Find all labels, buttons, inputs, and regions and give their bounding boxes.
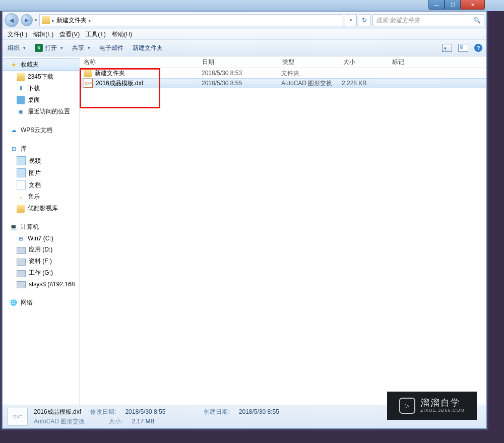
nav-forward-button[interactable]: ► — [21, 14, 33, 26]
status-create-value: 2018/5/30 8:55 — [239, 408, 279, 415]
sidebar-libraries-header[interactable]: ⊞ 库 — [3, 143, 79, 155]
sidebar-wps-label: WPS云文档 — [21, 126, 52, 135]
library-icon: ⊞ — [10, 145, 18, 153]
maximize-button[interactable]: ☐ — [445, 0, 461, 10]
status-mod-label: 修改日期: — [90, 408, 116, 416]
sidebar-libraries-label: 库 — [21, 145, 27, 153]
sidebar-item-label: 图片 — [29, 169, 41, 177]
sidebar-item-drive-f[interactable]: 资料 (F:) — [3, 256, 79, 267]
organize-button[interactable]: 组织 — [8, 44, 26, 52]
sidebar-item-desktop[interactable]: 桌面 — [3, 94, 79, 106]
sidebar-wps-header[interactable]: ☁ WPS云文档 — [3, 124, 79, 136]
status-filename: 2016成品模板.dxf — [34, 408, 81, 416]
menu-help[interactable]: 帮助(H) — [112, 30, 133, 39]
sidebar-item-label: 文档 — [29, 181, 41, 189]
recent-icon: ▣ — [17, 108, 25, 116]
sidebar-item-label: 优酷影视库 — [28, 204, 58, 213]
file-list[interactable]: 新建文件夹 2018/5/30 8:53 文件夹 DXF 2016成品模板.dx… — [80, 68, 486, 88]
file-size: 2,228 KB — [338, 80, 386, 87]
nav-back-button[interactable]: ◄ — [5, 13, 19, 27]
search-placeholder: 搜索 新建文件夹 — [376, 16, 420, 25]
folder-icon — [42, 16, 50, 24]
cloud-icon: ☁ — [10, 126, 18, 135]
file-date: 2018/5/30 8:55 — [198, 80, 277, 87]
sidebar-computer-header[interactable]: 💻 计算机 — [3, 221, 79, 233]
sidebar-favorites-header[interactable]: ★ 收藏夹 — [3, 58, 79, 71]
status-size-value: 2.17 MB — [132, 418, 155, 425]
help-button[interactable]: ? — [474, 44, 482, 52]
folder-icon — [84, 69, 92, 77]
sidebar-item-label: 2345下载 — [28, 73, 53, 81]
nav-history-dropdown[interactable]: ▾ — [35, 18, 37, 23]
search-icon[interactable]: 🔍 — [473, 17, 481, 24]
netdrive-icon — [17, 281, 26, 288]
sidebar-item-documents[interactable]: 文档 — [3, 179, 79, 191]
breadcrumb[interactable]: ▸ 新建文件夹 ▸ — [39, 14, 343, 26]
file-list-pane: 名称 日期 类型 大小 标记 新建文件夹 2018/5/30 8:53 文件夹 — [80, 56, 486, 405]
sidebar-item-label: 视频 — [29, 157, 41, 165]
sidebar-item-label: 工作 (G:) — [29, 269, 53, 277]
share-button[interactable]: 共享 — [72, 44, 90, 52]
new-folder-button[interactable]: 新建文件夹 — [133, 44, 163, 52]
youku-icon — [17, 205, 25, 213]
sidebar-item-drive-g[interactable]: 工作 (G:) — [3, 267, 79, 279]
menu-edit[interactable]: 编辑(E) — [33, 30, 53, 39]
status-mod-value: 2018/5/30 8:55 — [125, 408, 165, 415]
sidebar-item-video[interactable]: 视频 — [3, 155, 79, 167]
menu-tools[interactable]: 工具(T) — [86, 30, 105, 39]
computer-icon: 💻 — [10, 223, 18, 231]
open-button[interactable]: X 打开 — [35, 44, 63, 52]
column-header-size[interactable]: 大小 — [339, 56, 388, 68]
menu-view[interactable]: 查看(V) — [59, 30, 80, 39]
sidebar-item-label: 最近访问的位置 — [28, 107, 70, 116]
watermark-url: ZIXUE.3D66.COM — [420, 408, 465, 413]
breadcrumb-dropdown[interactable]: ▾ — [345, 14, 357, 26]
column-header-type[interactable]: 类型 — [278, 56, 339, 68]
sidebar-item-label: 音乐 — [28, 193, 40, 201]
sidebar-item-2345[interactable]: 2345下载 — [3, 71, 79, 83]
column-header-name[interactable]: 名称 — [80, 56, 198, 68]
email-button[interactable]: 电子邮件 — [99, 44, 123, 52]
file-row-folder[interactable]: 新建文件夹 2018/5/30 8:53 文件夹 — [80, 68, 486, 78]
sidebar-item-label: stsys$ (\\192.168.0 — [29, 281, 75, 288]
sidebar-item-label: 下载 — [28, 84, 40, 93]
network-icon: 🌐 — [10, 299, 18, 307]
view-options-button[interactable] — [442, 44, 452, 52]
drive-icon — [17, 259, 26, 266]
column-header-tag[interactable]: 标记 — [388, 56, 486, 68]
minimize-button[interactable]: — — [428, 0, 445, 10]
preview-pane-button[interactable] — [458, 44, 468, 52]
window-controls: — ☐ ✕ — [428, 0, 485, 10]
breadcrumb-folder[interactable]: 新建文件夹 — [56, 16, 87, 25]
video-icon — [17, 156, 26, 165]
close-button[interactable]: ✕ — [461, 0, 485, 10]
sidebar-item-recent[interactable]: ▣ 最近访问的位置 — [3, 106, 79, 117]
nav-bar: ◄ ► ▾ ▸ 新建文件夹 ▸ ▾ ↻ 搜索 新建文件夹 🔍 — [3, 12, 486, 29]
sidebar-item-music[interactable]: ♪ 音乐 — [3, 191, 79, 203]
star-icon: ★ — [10, 61, 18, 69]
status-size-label: 大小: — [109, 417, 122, 426]
refresh-button[interactable]: ↻ — [359, 14, 370, 26]
menu-file[interactable]: 文件(F) — [8, 30, 27, 39]
sidebar-item-downloads[interactable]: ⬇ 下载 — [3, 83, 79, 94]
sidebar-item-drive-c[interactable]: ⊞ Win7 (C:) — [3, 233, 79, 244]
sidebar-item-netdrive[interactable]: stsys$ (\\192.168.0 — [3, 279, 79, 290]
excel-icon: X — [35, 44, 43, 52]
windows-drive-icon: ⊞ — [17, 234, 25, 242]
toolbar: 组织 X 打开 共享 电子邮件 新建文件夹 ? — [3, 40, 486, 56]
sidebar-network-label: 网络 — [21, 298, 33, 307]
sidebar-item-drive-d[interactable]: 应用 (D:) — [3, 244, 79, 256]
search-input[interactable]: 搜索 新建文件夹 🔍 — [372, 14, 484, 26]
watermark-title: 溜溜自学 — [420, 398, 465, 408]
desktop-icon — [17, 96, 25, 104]
sidebar-network-header[interactable]: 🌐 网络 — [3, 297, 79, 308]
sidebar-item-pictures[interactable]: 图片 — [3, 167, 79, 179]
sidebar-item-label: 资料 (F:) — [29, 257, 52, 266]
picture-icon — [17, 168, 26, 177]
file-row-dxf[interactable]: DXF 2016成品模板.dxf 2018/5/30 8:55 AutoCAD … — [80, 78, 486, 88]
sidebar-item-youku[interactable]: 优酷影视库 — [3, 203, 79, 214]
column-header-date[interactable]: 日期 — [198, 56, 278, 68]
file-date: 2018/5/30 8:53 — [198, 70, 277, 77]
status-type-value: AutoCAD 图形交换 — [34, 417, 85, 426]
file-name: 2016成品模板.dxf — [96, 79, 143, 88]
